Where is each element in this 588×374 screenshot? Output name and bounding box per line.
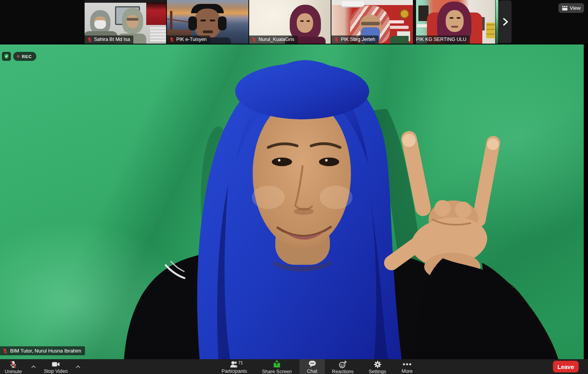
participant-thumbnail[interactable]: PIK KG SERTING ULU (414, 0, 495, 44)
leave-button[interactable]: Leave (553, 361, 579, 372)
settings-label: Settings (368, 369, 386, 374)
participants-count: 71 (238, 360, 243, 365)
headphone-earcup-left (188, 16, 197, 30)
video-edge (584, 44, 588, 359)
eye-right (306, 20, 310, 22)
participant-name: PIK KG SERTING ULU (416, 37, 466, 42)
main-video: REC BIM Tutor, Nurul Husna Ibrahim (0, 44, 588, 359)
chat-button[interactable]: Chat (299, 359, 325, 374)
unmute-label: Unmute (5, 369, 22, 374)
chevron-up-icon (31, 365, 36, 368)
muted-mic-icon (251, 37, 257, 42)
participant-nametag: Sahira Bt Md Isa (85, 35, 133, 44)
speaker-video-figure (0, 44, 588, 359)
share-screen-label: Share Screen (262, 369, 292, 374)
muted-mic-icon (334, 37, 339, 42)
eye-right (210, 19, 215, 21)
more-label: More (402, 369, 413, 374)
unmute-button[interactable]: Unmute (2, 359, 25, 374)
shield-check-icon (4, 53, 9, 59)
participant-nametag: PIK Sbrg Jerteh (331, 35, 379, 44)
audio-options-caret[interactable] (29, 359, 38, 374)
shoulder (390, 36, 409, 44)
meeting-toolbar: Unmute Stop Video (0, 359, 588, 374)
muted-mic-icon (87, 37, 92, 42)
video-options-caret[interactable] (73, 359, 83, 374)
leave-label: Leave (558, 363, 574, 370)
stop-video-label: Stop Video (44, 369, 68, 374)
radiator (150, 27, 166, 41)
view-button-label: View (570, 5, 581, 11)
face (297, 13, 313, 33)
speaker-name: BIM Tutor, Nurul Husna Ibrahim (10, 348, 81, 354)
participants-button[interactable]: 71 Participants (217, 359, 251, 374)
speaker-nametag: BIM Tutor, Nurul Husna Ibrahim (0, 346, 85, 355)
stop-video-button[interactable]: Stop Video (41, 359, 70, 374)
share-screen-button[interactable]: Share Screen (260, 359, 294, 374)
mic-muted-icon (9, 360, 18, 369)
participant-name: Sahira Bt Md Isa (94, 37, 130, 42)
video-camera-icon (51, 361, 60, 368)
reactions-smiley-icon (338, 360, 347, 369)
chat-label: Chat (307, 369, 317, 374)
yellow-boxes (486, 23, 495, 38)
wall-clock (400, 9, 409, 18)
security-shield-badge[interactable] (2, 52, 11, 61)
muted-mic-icon (169, 37, 174, 42)
participant-name: PIK e-Tuisyen (176, 37, 207, 42)
participant-nametag: Nurul_KualaGris (249, 35, 298, 44)
chevron-up-icon (75, 365, 81, 368)
muted-mic-icon (2, 348, 8, 354)
participant-name: Nurul_KualaGris (259, 37, 294, 42)
headphone-earcup-right (218, 16, 227, 30)
recording-label: REC (22, 54, 32, 59)
participant-name: PIK Sbrg Jerteh (341, 37, 375, 42)
settings-gear-icon (374, 360, 382, 369)
glasses (361, 22, 380, 25)
participants-icon (230, 360, 239, 368)
participant-filmstrip: Sahira Bt Md Isa PIK e-Tuisyen (0, 0, 588, 44)
participant-thumbnail[interactable]: Sahira Bt Md Isa (85, 0, 166, 44)
air-conditioner (342, 1, 364, 7)
reactions-button[interactable]: Reactions (326, 359, 360, 374)
mustache (203, 30, 213, 33)
eye-left (450, 17, 453, 19)
wall-text (388, 26, 409, 29)
participant-nametag: PIK KG SERTING ULU (414, 35, 470, 44)
recording-indicator: REC (13, 52, 36, 61)
share-screen-icon (272, 360, 282, 369)
face (446, 10, 464, 32)
glasses (127, 18, 138, 21)
eye-right (457, 17, 460, 19)
settings-button[interactable]: Settings (362, 359, 393, 374)
red-equipment (146, 2, 166, 25)
face (194, 9, 221, 38)
filmstrip-next-button[interactable] (499, 0, 512, 43)
participant-thumbnail[interactable]: PIK e-Tuisyen (167, 0, 248, 44)
recording-dot-icon (17, 55, 19, 58)
participant-thumbnail[interactable]: PIK Sbrg Jerteh (331, 0, 413, 44)
meeting-badges: REC (2, 52, 36, 61)
more-button[interactable]: More (391, 359, 423, 374)
more-dots-icon (402, 360, 412, 368)
gallery-grid-icon (562, 5, 568, 11)
meeting-window: Sahira Bt Md Isa PIK e-Tuisyen (0, 0, 588, 374)
participant-thumbnail[interactable]: Nurul_KualaGris (249, 0, 331, 44)
view-button[interactable]: View (558, 3, 584, 13)
person-right-face (127, 15, 138, 28)
face-mask (94, 20, 106, 29)
eye-left (200, 19, 206, 21)
chat-bubble-icon (308, 360, 317, 368)
participants-label: Participants (221, 369, 247, 374)
partial-next-thumbnail (496, 0, 498, 44)
mouth (451, 26, 458, 28)
reactions-label: Reactions (332, 369, 354, 374)
eye-left (300, 20, 304, 22)
chevron-right-icon (502, 17, 508, 27)
participant-nametag: PIK e-Tuisyen (167, 35, 210, 44)
